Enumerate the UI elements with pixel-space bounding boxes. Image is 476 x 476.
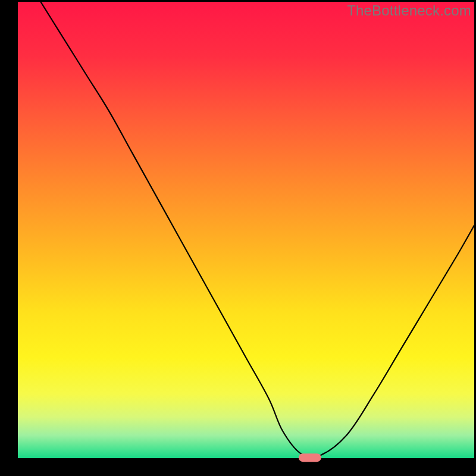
plot-background: [18, 2, 474, 458]
chart-container: TheBottleneck.com: [0, 0, 476, 476]
watermark-text: TheBottleneck.com: [347, 2, 471, 19]
optimal-marker: [299, 453, 321, 462]
bottleneck-chart: [0, 0, 476, 476]
